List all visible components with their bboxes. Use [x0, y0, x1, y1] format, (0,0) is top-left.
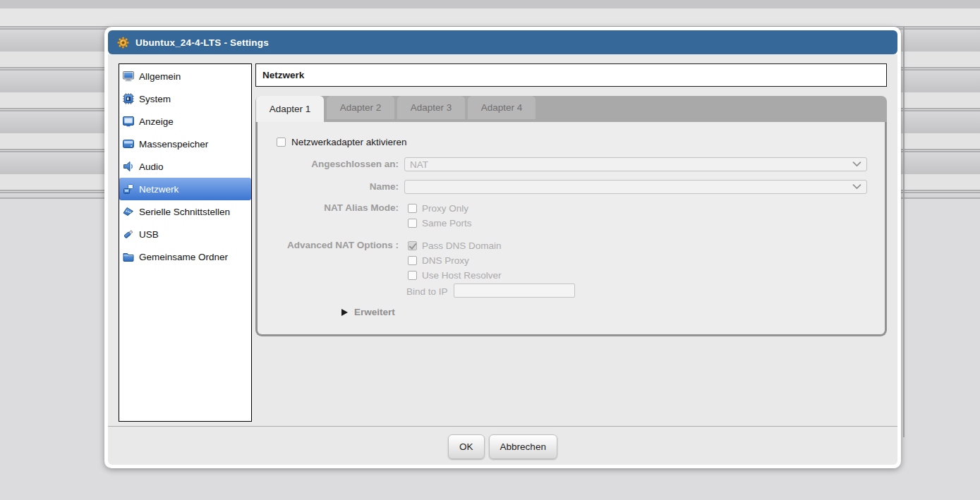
serial-ports-icon [122, 205, 135, 218]
sidebar-item-storage[interactable]: Massenspeicher [119, 133, 251, 155]
sidebar-item-label: Gemeinsame Ordner [139, 252, 228, 262]
sidebar-item-label: Massenspeicher [139, 139, 208, 150]
advanced-toggle[interactable]: Erweitert [341, 307, 395, 317]
advanced-nat-options-label: Advanced NAT Options : [265, 238, 399, 252]
proxy-only-checkbox[interactable] [408, 204, 417, 213]
chevron-down-icon [852, 184, 861, 190]
sidebar-item-general[interactable]: Allgemein [119, 65, 251, 87]
attached-to-label: Angeschlossen an: [265, 157, 399, 171]
sidebar-item-audio[interactable]: Audio [119, 155, 251, 178]
tab-adapter-3[interactable]: Adapter 3 [397, 96, 465, 119]
advanced-toggle-label: Erweitert [354, 307, 395, 317]
proxy-only-label: Proxy Only [422, 203, 468, 214]
gear-icon [117, 37, 129, 49]
page-title-text: Netzwerk [262, 70, 304, 80]
same-ports-option: Same Ports [408, 218, 472, 228]
sidebar-item-label: System [139, 94, 171, 104]
settings-sidebar: Allgemein System [119, 63, 252, 422]
adapter-tabbar: Adapter 1 Adapter 2 Adapter 3 Adapter 4 [255, 96, 887, 122]
network-icon [122, 183, 135, 195]
pass-dns-domain-checkbox[interactable] [408, 241, 417, 250]
enable-adapter-checkbox[interactable] [277, 138, 286, 147]
desktop-top-strip [0, 0, 980, 8]
name-label: Name: [265, 180, 399, 194]
nat-alias-mode-label: NAT Alias Mode: [265, 201, 399, 215]
sidebar-item-serial-ports[interactable]: Serielle Schnittstellen [119, 200, 251, 223]
triangle-right-icon [341, 309, 348, 316]
sidebar-item-usb[interactable]: USB [119, 223, 251, 245]
audio-icon [122, 160, 135, 173]
dns-proxy-checkbox[interactable] [408, 256, 417, 265]
proxy-only-option: Proxy Only [408, 203, 468, 214]
attached-to-value: NAT [410, 159, 428, 170]
pass-dns-domain-option: Pass DNS Domain [408, 240, 502, 251]
use-host-resolver-label: Use Host Resolver [422, 270, 502, 281]
use-host-resolver-checkbox[interactable] [408, 271, 417, 280]
system-icon [122, 92, 135, 105]
shared-folders-icon [122, 250, 135, 263]
bind-to-ip-label: Bind to IP [406, 286, 448, 297]
attached-to-select[interactable]: NAT [404, 157, 867, 171]
desktop-band [0, 8, 980, 26]
sidebar-item-label: Allgemein [139, 71, 181, 82]
tab-adapter-1[interactable]: Adapter 1 [256, 96, 324, 122]
sidebar-item-label: Audio [139, 161, 164, 172]
footer-buttons: OK Abbrechen [108, 434, 897, 459]
name-select[interactable] [404, 180, 867, 194]
display-icon [122, 115, 135, 128]
adapter-panel: Netzwerkadapter aktivieren Angeschlossen… [255, 122, 887, 336]
background-divider [903, 26, 905, 437]
usb-icon [122, 228, 135, 240]
sidebar-item-label: Netzwerk [139, 184, 179, 195]
sidebar-item-display[interactable]: Anzeige [119, 110, 251, 133]
general-icon [122, 70, 135, 83]
bind-to-ip-input[interactable] [454, 283, 575, 298]
enable-adapter-row: Netzwerkadapter aktivieren [277, 137, 407, 147]
same-ports-label: Same Ports [422, 218, 472, 228]
chevron-down-icon [852, 161, 861, 167]
tab-adapter-4[interactable]: Adapter 4 [468, 96, 536, 119]
dialog-titlebar: Ubuntux_24-4-LTS - Settings [108, 30, 897, 54]
settings-dialog: Ubuntux_24-4-LTS - Settings Allgemein [104, 27, 901, 468]
pass-dns-domain-label: Pass DNS Domain [422, 240, 502, 251]
tab-adapter-2[interactable]: Adapter 2 [327, 96, 394, 119]
ok-button[interactable]: OK [448, 434, 485, 459]
dialog-body: Allgemein System [108, 54, 897, 465]
sidebar-item-network[interactable]: Netzwerk [119, 178, 251, 200]
sidebar-item-label: Serielle Schnittstellen [139, 207, 230, 217]
sidebar-item-shared-folders[interactable]: Gemeinsame Ordner [119, 245, 251, 268]
dns-proxy-label: DNS Proxy [422, 255, 469, 266]
storage-icon [122, 138, 135, 150]
enable-adapter-label: Netzwerkadapter aktivieren [291, 137, 407, 147]
dialog-title: Ubuntux_24-4-LTS - Settings [135, 37, 269, 48]
dns-proxy-option: DNS Proxy [408, 255, 469, 266]
use-host-resolver-option: Use Host Resolver [408, 270, 502, 281]
footer-divider [108, 426, 897, 427]
sidebar-item-label: Anzeige [139, 116, 174, 127]
same-ports-checkbox[interactable] [408, 219, 417, 228]
sidebar-item-system[interactable]: System [119, 87, 251, 110]
page-title: Netzwerk [255, 63, 887, 87]
cancel-button[interactable]: Abbrechen [489, 434, 557, 459]
sidebar-item-label: USB [139, 229, 159, 240]
